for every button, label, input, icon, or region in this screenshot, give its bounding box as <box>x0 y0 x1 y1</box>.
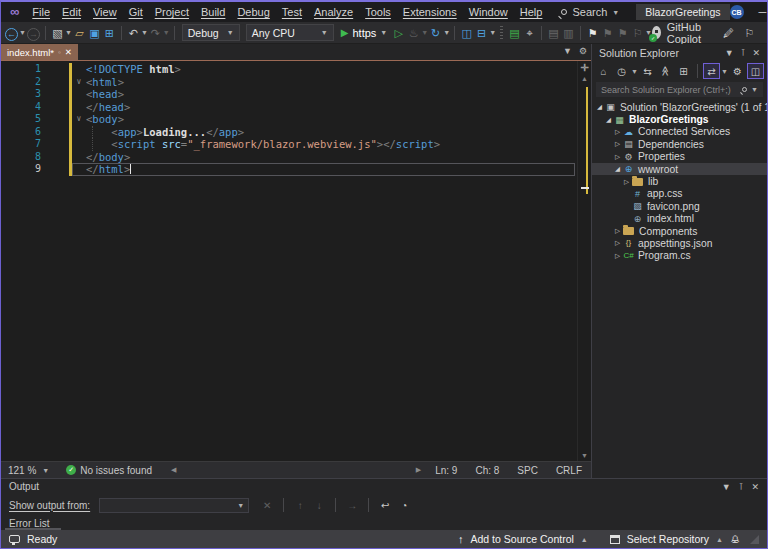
menu-edit[interactable]: Edit <box>56 6 87 18</box>
save-all-icon[interactable]: ⊞ <box>102 25 117 41</box>
tab-close-icon[interactable]: ✕ <box>65 47 72 57</box>
menu-window[interactable]: Window <box>463 6 514 18</box>
resize-grip[interactable] <box>750 535 759 544</box>
hscroll-right-icon[interactable]: ▶ <box>411 466 426 474</box>
minimize-button[interactable]: ─ <box>759 6 767 18</box>
panel-close-icon[interactable]: ✕ <box>751 482 759 492</box>
collapsed-arrow-icon[interactable]: ▷ <box>613 140 622 148</box>
menu-build[interactable]: Build <box>195 6 231 18</box>
comment-icon[interactable]: ▤ <box>546 25 561 41</box>
tree-item-program-cs[interactable]: ▷C#Program.cs <box>592 250 767 262</box>
tree-item-app-css[interactable]: #app.css <box>592 188 767 200</box>
expanded-arrow-icon[interactable]: ◢ <box>613 165 622 173</box>
se-preview-icon[interactable]: ◫ <box>747 63 764 79</box>
menu-file[interactable]: File <box>26 6 56 18</box>
panel-close-icon[interactable]: ✕ <box>752 48 760 58</box>
tree-item-blazorgreetings[interactable]: ◢▦BlazorGreetings <box>592 113 767 125</box>
save-icon[interactable]: ▣ <box>87 25 102 41</box>
scrollbar-track[interactable] <box>578 84 591 451</box>
code-line[interactable]: 4</head> <box>1 101 577 114</box>
format-document-icon[interactable]: ▤ <box>507 25 522 41</box>
code-line[interactable]: 2∨<html> <box>1 76 577 89</box>
panel-menu-icon[interactable]: ▼ <box>722 482 731 492</box>
toolbar-grip[interactable] <box>500 26 503 39</box>
out-prev-icon[interactable]: ↑ <box>293 500 307 511</box>
new-project-icon[interactable]: ▧ <box>50 25 65 41</box>
scroll-up-icon[interactable]: ▲ <box>581 74 588 84</box>
tree-item-index-html[interactable]: ⊕index.html <box>592 213 767 225</box>
hscroll-left-icon[interactable]: ◀ <box>166 466 181 474</box>
output-source-dropdown[interactable]: ▼ <box>99 498 249 513</box>
tree-item-properties[interactable]: ▷⚙Properties <box>592 151 767 163</box>
github-copilot-icon[interactable]: ✓ <box>652 26 661 39</box>
fold-marker[interactable]: ∨ <box>72 113 86 126</box>
menu-view[interactable]: View <box>87 6 123 18</box>
collapsed-arrow-icon[interactable]: ▷ <box>613 153 622 161</box>
prev-bookmark-icon[interactable]: ⚑ <box>600 25 615 41</box>
zoom-control[interactable]: 121 % ▼ <box>1 465 56 476</box>
select-pointer-icon[interactable]: ⌖ <box>522 25 537 41</box>
se-collapse-icon[interactable]: ≪ <box>657 63 673 80</box>
send-feedback-icon[interactable]: ⚐ <box>742 25 757 41</box>
solution-explorer-search[interactable]: Search Solution Explorer (Ctrl+;) ▼ <box>596 82 763 97</box>
menu-tools[interactable]: Tools <box>359 6 397 18</box>
menu-analyze[interactable]: Analyze <box>308 6 359 18</box>
chevron-down-icon[interactable]: ▼ <box>443 29 450 36</box>
se-sync-icon[interactable]: ⇄ <box>703 63 720 79</box>
code-line[interactable]: 3<head> <box>1 88 577 101</box>
redo-icon[interactable]: ↷ <box>148 25 163 41</box>
start-debugging-button[interactable]: ▶https▼ <box>341 27 388 39</box>
open-folder-icon[interactable]: ▱ <box>72 25 87 41</box>
chevron-down-icon[interactable]: ▼ <box>631 68 638 75</box>
indentation-indicator[interactable]: SPC <box>508 465 547 476</box>
collapsed-arrow-icon[interactable]: ▷ <box>613 252 622 260</box>
horizontal-scrollbar[interactable] <box>181 465 410 475</box>
scroll-down-icon[interactable]: ▼ <box>581 451 588 461</box>
menu-project[interactable]: Project <box>149 6 195 18</box>
menu-extensions[interactable]: Extensions <box>397 6 463 18</box>
tree-item-connected-services[interactable]: ▷☁Connected Services <box>592 126 767 138</box>
platform-combo[interactable]: Any CPU▼ <box>246 24 334 41</box>
out-wrap-icon[interactable]: ↩ <box>378 500 392 511</box>
share-icon[interactable]: 🖉 <box>721 25 736 41</box>
chevron-down-icon[interactable]: ▼ <box>141 29 148 36</box>
add-to-source-control-button[interactable]: Add to Source Control <box>471 533 574 545</box>
undo-icon[interactable]: ↶ <box>126 25 141 41</box>
chevron-down-icon[interactable]: ▼ <box>721 68 728 75</box>
code-line[interactable]: 5∨<body> <box>1 113 577 126</box>
code-line[interactable]: 7 <script src="_framework/blazor.webview… <box>1 138 577 151</box>
debug-target-combo[interactable]: Debug▼ <box>182 24 240 41</box>
tree-item-dependencies[interactable]: ▷▤Dependencies <box>592 138 767 150</box>
chevron-down-icon[interactable]: ▼ <box>65 29 72 36</box>
tree-item-appsettings-json[interactable]: ▷{}appsettings.json <box>592 237 767 249</box>
se-wrench-icon[interactable]: ⚙ <box>729 63 746 79</box>
search-control[interactable]: Search ▼ <box>561 6 619 18</box>
pin-icon[interactable]: ⊺ <box>741 48 746 58</box>
code-line[interactable]: 6 <app>Loading...</app> <box>1 126 577 139</box>
tree-item-components[interactable]: ▷Components <box>592 225 767 237</box>
fold-marker[interactable]: ∨ <box>72 76 86 89</box>
expanded-arrow-icon[interactable]: ◢ <box>604 116 613 124</box>
browser-link-icon[interactable]: ⊟ <box>474 25 489 41</box>
tab-index-html[interactable]: index.html* ◦ ✕ <box>1 44 78 60</box>
se-home-icon[interactable]: ⌂ <box>595 63 612 79</box>
code-line[interactable]: 9</html> <box>1 163 577 176</box>
code-line[interactable]: 1<!DOCTYPE html> <box>1 63 577 76</box>
clear-bookmarks-icon[interactable]: ⚐ <box>630 25 645 41</box>
panel-menu-icon[interactable]: ▼ <box>725 48 734 58</box>
tree-item-solution-blazorgreetings-1-of-1-project-[interactable]: ◢▣Solution 'BlazorGreetings' (1 of 1 pro… <box>592 101 767 113</box>
tree-item-lib[interactable]: ▷lib <box>592 175 767 187</box>
issues-status[interactable]: No issues found <box>80 465 152 476</box>
restart-icon[interactable]: ↻ <box>428 25 443 41</box>
out-goto-icon[interactable]: → <box>345 500 359 511</box>
start-no-debug-icon[interactable]: ▷ <box>391 25 406 41</box>
expanded-arrow-icon[interactable]: ◢ <box>595 103 604 111</box>
tree-item-wwwroot[interactable]: ◢⊕wwwroot <box>592 163 767 175</box>
pin-icon[interactable]: ⊺ <box>739 482 744 492</box>
splitter-handle-icon[interactable]: ✛ <box>580 61 588 74</box>
error-list-tab[interactable]: Error List <box>9 518 50 529</box>
open-in-browser-icon[interactable]: ◫ <box>459 25 474 41</box>
collapsed-arrow-icon[interactable]: ▷ <box>613 239 622 247</box>
vertical-scrollbar[interactable]: ✛ ▲ ▼ <box>577 61 591 461</box>
line-ending-indicator[interactable]: CRLF <box>547 465 591 476</box>
